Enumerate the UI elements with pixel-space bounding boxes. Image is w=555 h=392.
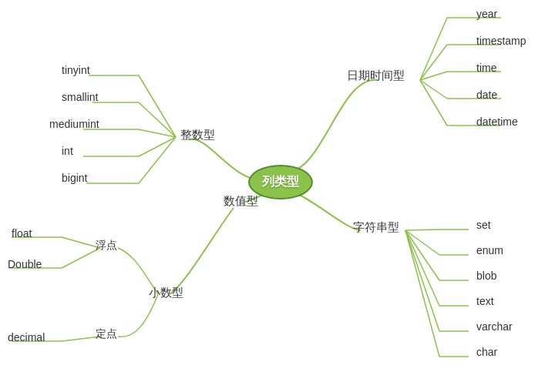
label-string-type: 字符串型 [353, 220, 399, 235]
svg-line-0 [139, 75, 176, 137]
svg-line-8 [139, 137, 176, 183]
label-decimal-type: 小数型 [149, 286, 183, 300]
label-int: int [62, 145, 73, 157]
label-varchar: varchar [476, 320, 513, 333]
label-time: time [476, 62, 496, 74]
label-char: char [476, 346, 497, 358]
svg-line-2 [139, 102, 176, 137]
svg-line-4 [139, 129, 176, 137]
label-mediumint: mediumint [49, 118, 99, 130]
label-numeric-type: 数值型 [224, 194, 258, 209]
label-timestamp: timestamp [476, 35, 526, 47]
label-float-type: 浮点 [96, 239, 117, 253]
svg-line-10 [420, 18, 447, 80]
label-blob: blob [476, 270, 496, 282]
label-set: set [476, 219, 491, 231]
label-smallint: smallint [62, 91, 98, 103]
label-float: float [12, 227, 32, 240]
svg-line-18 [420, 80, 447, 126]
label-decimal: decimal [8, 331, 45, 343]
label-datetime: datetime [476, 116, 518, 128]
svg-line-36 [62, 337, 100, 341]
label-date: date [476, 89, 497, 101]
label-text: text [476, 295, 494, 307]
svg-line-28 [405, 230, 439, 331]
label-datetime-type: 日期时间型 [347, 69, 405, 83]
label-year: year [476, 8, 497, 20]
label-fixed-type: 定点 [96, 327, 117, 341]
svg-line-6 [139, 137, 176, 156]
label-enum: enum [476, 244, 503, 256]
label-tinyint: tinyint [62, 64, 90, 76]
svg-line-16 [420, 80, 447, 99]
svg-line-20 [405, 230, 439, 230]
label-double: Double [8, 258, 42, 270]
svg-line-34 [62, 248, 100, 268]
label-bigint: bigint [62, 172, 87, 184]
svg-line-14 [420, 72, 447, 80]
svg-line-24 [405, 230, 439, 280]
label-integer-type: 整数型 [180, 128, 215, 142]
svg-line-32 [62, 237, 100, 248]
